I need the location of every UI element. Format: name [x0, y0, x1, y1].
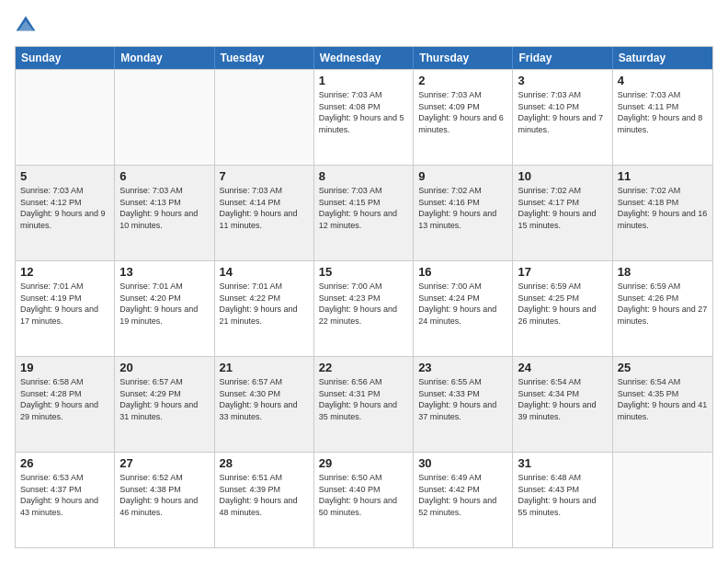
calendar-row: 5Sunrise: 7:03 AM Sunset: 4:12 PM Daylig… — [16, 165, 712, 260]
cell-info: Sunrise: 7:01 AM Sunset: 4:19 PM Dayligh… — [20, 281, 109, 327]
day-number: 1 — [319, 74, 408, 87]
calendar-cell: 20Sunrise: 6:57 AM Sunset: 4:29 PM Dayli… — [115, 357, 214, 452]
cell-info: Sunrise: 7:03 AM Sunset: 4:15 PM Dayligh… — [319, 185, 408, 231]
calendar-cell: 22Sunrise: 6:56 AM Sunset: 4:31 PM Dayli… — [314, 357, 414, 452]
calendar-cell: 17Sunrise: 6:59 AM Sunset: 4:25 PM Dayli… — [513, 261, 612, 356]
cell-info: Sunrise: 7:03 AM Sunset: 4:10 PM Dayligh… — [518, 89, 607, 135]
cell-info: Sunrise: 6:57 AM Sunset: 4:29 PM Dayligh… — [119, 376, 209, 422]
calendar-cell — [115, 70, 214, 165]
calendar-row: 1Sunrise: 7:03 AM Sunset: 4:08 PM Daylig… — [16, 69, 712, 165]
calendar-cell: 7Sunrise: 7:03 AM Sunset: 4:14 PM Daylig… — [215, 166, 314, 260]
cell-info: Sunrise: 7:00 AM Sunset: 4:24 PM Dayligh… — [418, 281, 507, 327]
calendar-cell: 18Sunrise: 6:59 AM Sunset: 4:26 PM Dayli… — [613, 261, 712, 356]
cell-info: Sunrise: 6:56 AM Sunset: 4:31 PM Dayligh… — [319, 376, 408, 422]
weekday-header: Sunday — [16, 47, 115, 69]
calendar-cell: 6Sunrise: 7:03 AM Sunset: 4:13 PM Daylig… — [115, 166, 214, 260]
cell-info: Sunrise: 6:57 AM Sunset: 4:30 PM Dayligh… — [220, 376, 309, 422]
cell-info: Sunrise: 7:02 AM Sunset: 4:16 PM Dayligh… — [418, 185, 507, 231]
calendar-cell: 5Sunrise: 7:03 AM Sunset: 4:12 PM Daylig… — [16, 166, 115, 260]
day-number: 17 — [518, 265, 607, 279]
day-number: 13 — [119, 265, 209, 279]
logo-icon — [15, 15, 37, 37]
day-number: 21 — [220, 361, 309, 374]
day-number: 26 — [20, 456, 109, 470]
cell-info: Sunrise: 6:55 AM Sunset: 4:33 PM Dayligh… — [418, 376, 507, 422]
calendar-cell: 27Sunrise: 6:52 AM Sunset: 4:38 PM Dayli… — [115, 453, 214, 547]
cell-info: Sunrise: 6:53 AM Sunset: 4:37 PM Dayligh… — [20, 472, 109, 518]
cell-info: Sunrise: 6:50 AM Sunset: 4:40 PM Dayligh… — [319, 472, 408, 518]
calendar: SundayMondayTuesdayWednesdayThursdayFrid… — [15, 46, 713, 548]
day-number: 7 — [220, 169, 309, 183]
page: SundayMondayTuesdayWednesdayThursdayFrid… — [0, 0, 728, 563]
day-number: 23 — [418, 361, 507, 374]
calendar-cell: 28Sunrise: 6:51 AM Sunset: 4:39 PM Dayli… — [215, 453, 314, 547]
calendar-cell: 12Sunrise: 7:01 AM Sunset: 4:19 PM Dayli… — [16, 261, 115, 356]
cell-info: Sunrise: 7:02 AM Sunset: 4:17 PM Dayligh… — [518, 185, 607, 231]
cell-info: Sunrise: 7:03 AM Sunset: 4:09 PM Dayligh… — [418, 89, 507, 135]
calendar-cell: 2Sunrise: 7:03 AM Sunset: 4:09 PM Daylig… — [414, 70, 513, 165]
calendar-cell: 26Sunrise: 6:53 AM Sunset: 4:37 PM Dayli… — [16, 453, 115, 547]
weekday-header: Thursday — [414, 47, 513, 69]
cell-info: Sunrise: 6:54 AM Sunset: 4:35 PM Dayligh… — [618, 376, 708, 422]
calendar-cell: 23Sunrise: 6:55 AM Sunset: 4:33 PM Dayli… — [414, 357, 513, 452]
day-number: 15 — [319, 265, 408, 279]
calendar-cell — [613, 453, 712, 547]
calendar-cell: 14Sunrise: 7:01 AM Sunset: 4:22 PM Dayli… — [215, 261, 314, 356]
cell-info: Sunrise: 7:01 AM Sunset: 4:20 PM Dayligh… — [119, 281, 209, 327]
calendar-cell — [16, 70, 115, 165]
cell-info: Sunrise: 7:03 AM Sunset: 4:13 PM Dayligh… — [119, 185, 209, 231]
weekday-header: Saturday — [613, 47, 712, 69]
calendar-row: 12Sunrise: 7:01 AM Sunset: 4:19 PM Dayli… — [16, 260, 712, 356]
cell-info: Sunrise: 6:52 AM Sunset: 4:38 PM Dayligh… — [119, 472, 209, 518]
day-number: 18 — [618, 265, 708, 279]
day-number: 4 — [618, 74, 708, 87]
weekday-header: Monday — [115, 47, 214, 69]
day-number: 25 — [618, 361, 708, 374]
logo — [15, 15, 40, 37]
calendar-cell — [215, 70, 314, 165]
day-number: 9 — [418, 169, 507, 183]
cell-info: Sunrise: 7:03 AM Sunset: 4:08 PM Dayligh… — [319, 89, 408, 135]
day-number: 20 — [119, 361, 209, 374]
cell-info: Sunrise: 7:03 AM Sunset: 4:11 PM Dayligh… — [618, 89, 708, 135]
calendar-cell: 10Sunrise: 7:02 AM Sunset: 4:17 PM Dayli… — [513, 166, 612, 260]
day-number: 19 — [20, 361, 109, 374]
calendar-cell: 8Sunrise: 7:03 AM Sunset: 4:15 PM Daylig… — [314, 166, 414, 260]
calendar-cell: 19Sunrise: 6:58 AM Sunset: 4:28 PM Dayli… — [16, 357, 115, 452]
calendar-header: SundayMondayTuesdayWednesdayThursdayFrid… — [16, 47, 712, 69]
calendar-cell: 11Sunrise: 7:02 AM Sunset: 4:18 PM Dayli… — [613, 166, 712, 260]
cell-info: Sunrise: 7:03 AM Sunset: 4:14 PM Dayligh… — [220, 185, 309, 231]
day-number: 29 — [319, 456, 408, 470]
cell-info: Sunrise: 7:01 AM Sunset: 4:22 PM Dayligh… — [220, 281, 309, 327]
day-number: 14 — [220, 265, 309, 279]
cell-info: Sunrise: 6:59 AM Sunset: 4:25 PM Dayligh… — [518, 281, 607, 327]
day-number: 6 — [119, 169, 209, 183]
calendar-row: 26Sunrise: 6:53 AM Sunset: 4:37 PM Dayli… — [16, 452, 712, 547]
calendar-cell: 15Sunrise: 7:00 AM Sunset: 4:23 PM Dayli… — [314, 261, 414, 356]
cell-info: Sunrise: 6:49 AM Sunset: 4:42 PM Dayligh… — [418, 472, 507, 518]
calendar-cell: 24Sunrise: 6:54 AM Sunset: 4:34 PM Dayli… — [513, 357, 612, 452]
day-number: 30 — [418, 456, 507, 470]
day-number: 3 — [518, 74, 607, 87]
cell-info: Sunrise: 6:59 AM Sunset: 4:26 PM Dayligh… — [618, 281, 708, 327]
calendar-row: 19Sunrise: 6:58 AM Sunset: 4:28 PM Dayli… — [16, 356, 712, 452]
calendar-cell: 9Sunrise: 7:02 AM Sunset: 4:16 PM Daylig… — [414, 166, 513, 260]
day-number: 22 — [319, 361, 408, 374]
day-number: 10 — [518, 169, 607, 183]
day-number: 16 — [418, 265, 507, 279]
cell-info: Sunrise: 6:54 AM Sunset: 4:34 PM Dayligh… — [518, 376, 607, 422]
day-number: 28 — [220, 456, 309, 470]
cell-info: Sunrise: 6:48 AM Sunset: 4:43 PM Dayligh… — [518, 472, 607, 518]
day-number: 5 — [20, 169, 109, 183]
day-number: 11 — [618, 169, 708, 183]
calendar-cell: 25Sunrise: 6:54 AM Sunset: 4:35 PM Dayli… — [613, 357, 712, 452]
day-number: 8 — [319, 169, 408, 183]
calendar-cell: 3Sunrise: 7:03 AM Sunset: 4:10 PM Daylig… — [513, 70, 612, 165]
cell-info: Sunrise: 7:02 AM Sunset: 4:18 PM Dayligh… — [618, 185, 708, 231]
calendar-cell: 13Sunrise: 7:01 AM Sunset: 4:20 PM Dayli… — [115, 261, 214, 356]
cell-info: Sunrise: 7:03 AM Sunset: 4:12 PM Dayligh… — [20, 185, 109, 231]
weekday-header: Tuesday — [215, 47, 314, 69]
weekday-header: Wednesday — [314, 47, 414, 69]
calendar-cell: 30Sunrise: 6:49 AM Sunset: 4:42 PM Dayli… — [414, 453, 513, 547]
calendar-cell: 29Sunrise: 6:50 AM Sunset: 4:40 PM Dayli… — [314, 453, 414, 547]
